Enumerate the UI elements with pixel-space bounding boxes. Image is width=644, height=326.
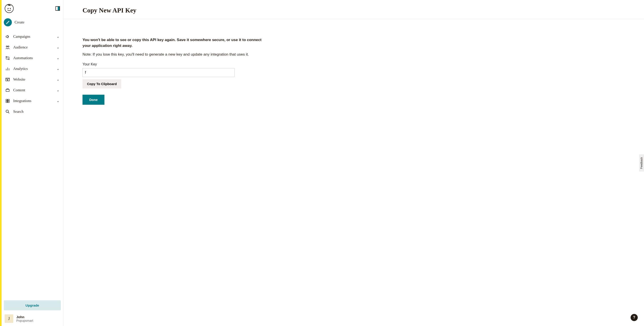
- accent-bar: [0, 0, 2, 326]
- done-button[interactable]: Done: [82, 95, 104, 105]
- pencil-icon: [4, 18, 12, 26]
- main: Copy New API Key You won't be able to se…: [63, 0, 644, 326]
- search-icon: [5, 109, 13, 114]
- sidebar-item-search[interactable]: Search: [3, 106, 62, 117]
- user-menu[interactable]: J John Popupsmart: [4, 314, 61, 324]
- svg-rect-9: [6, 99, 8, 101]
- chevron-down-icon: ⌄: [56, 67, 60, 71]
- user-org: Popupsmart: [16, 319, 33, 323]
- user-name: John: [16, 315, 33, 319]
- svg-rect-8: [6, 89, 10, 91]
- svg-point-4: [8, 46, 9, 47]
- sidebar-item-integrations[interactable]: Integrations ⌄: [3, 96, 62, 106]
- sidebar-item-analytics[interactable]: Analytics ⌄: [3, 63, 62, 74]
- svg-rect-12: [8, 101, 9, 103]
- svg-rect-11: [6, 101, 8, 103]
- nav-label: Audience: [13, 45, 56, 50]
- nav: Campaigns ⌄ Audience ⌄ Automations ⌄: [2, 30, 63, 300]
- collapse-sidebar-icon[interactable]: [56, 6, 60, 11]
- key-field-label: Your Key: [82, 62, 264, 66]
- bar-chart-icon: [5, 66, 13, 71]
- chevron-down-icon: ⌄: [56, 77, 60, 81]
- create-button[interactable]: Create: [2, 16, 63, 30]
- svg-point-5: [6, 56, 7, 58]
- sidebar-item-campaigns[interactable]: Campaigns ⌄: [3, 31, 62, 42]
- nav-label: Content: [13, 88, 56, 92]
- nav-label: Integrations: [13, 99, 56, 103]
- api-key-input[interactable]: [82, 68, 234, 77]
- svg-point-1: [8, 8, 8, 9]
- nav-label: Analytics: [13, 67, 56, 71]
- content-icon: [5, 88, 13, 93]
- page-title: Copy New API Key: [63, 0, 644, 19]
- sidebar: Create Campaigns ⌄ Audience ⌄: [2, 0, 63, 326]
- chevron-down-icon: ⌄: [56, 35, 60, 39]
- svg-point-3: [6, 46, 8, 47]
- help-button[interactable]: ?: [630, 314, 638, 321]
- grid-icon: [5, 98, 13, 104]
- chevron-down-icon: ⌄: [56, 56, 60, 60]
- nav-label: Search: [13, 109, 60, 114]
- sidebar-item-automations[interactable]: Automations ⌄: [3, 53, 62, 63]
- flow-icon: [5, 55, 13, 61]
- avatar: J: [5, 314, 13, 323]
- chevron-down-icon: ⌄: [56, 99, 60, 103]
- chevron-down-icon: ⌄: [56, 88, 60, 92]
- sidebar-item-content[interactable]: Content ⌄: [3, 85, 62, 96]
- sidebar-item-audience[interactable]: Audience ⌄: [3, 42, 62, 53]
- chevron-down-icon: ⌄: [56, 45, 60, 49]
- mailchimp-logo-icon[interactable]: [5, 4, 14, 13]
- megaphone-icon: [5, 34, 13, 39]
- upgrade-button[interactable]: Upgrade: [4, 300, 61, 310]
- feedback-tab[interactable]: Feedback: [639, 155, 644, 172]
- svg-rect-10: [8, 99, 9, 101]
- copy-to-clipboard-button[interactable]: Copy To Clipboard: [82, 79, 121, 88]
- api-key-warning: You won't be able to see or copy this AP…: [82, 37, 264, 49]
- nav-label: Campaigns: [13, 34, 56, 39]
- svg-point-13: [6, 110, 8, 113]
- people-icon: [5, 45, 13, 50]
- api-key-note: Note: If you lose this key, you'll need …: [82, 52, 264, 57]
- nav-label: Website: [13, 77, 56, 82]
- svg-point-2: [10, 8, 11, 9]
- browser-icon: [5, 77, 13, 82]
- nav-label: Automations: [13, 56, 56, 60]
- sidebar-item-website[interactable]: Website ⌄: [3, 74, 62, 85]
- create-label: Create: [14, 20, 24, 24]
- svg-point-6: [8, 58, 10, 60]
